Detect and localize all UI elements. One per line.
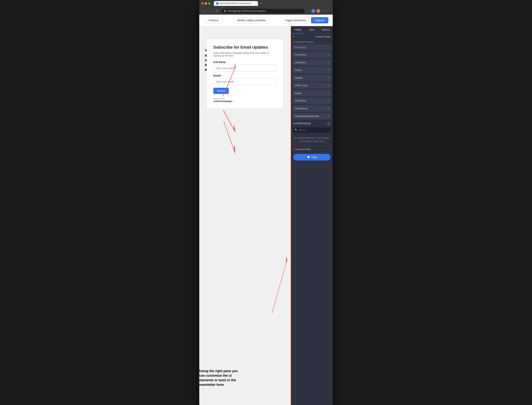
url-text: m3lvingeorge.activehosted.com/app/for... xyxy=(227,10,267,12)
minimize-traffic-light[interactable] xyxy=(205,2,207,5)
add-first-name-icon[interactable]: + xyxy=(327,53,329,56)
email-input[interactable] xyxy=(213,78,277,85)
chevron-left-icon: ‹ xyxy=(207,19,208,22)
field-item-last-name[interactable]: Last Name + xyxy=(293,59,331,66)
browser-window: M3LVINGEORGE Email Marketi… ✕ + ‹ › ↻ 🔒 … xyxy=(199,0,333,405)
tab-bar: M3LVINGEORGE Email Marketi… ✕ + xyxy=(212,1,331,6)
add-header-icon[interactable]: + xyxy=(327,76,329,80)
integrate-button[interactable]: Integrate xyxy=(311,17,328,23)
newsletter-title-button[interactable]: Weekly coding newsletter xyxy=(233,17,270,23)
tab-options[interactable]: Options xyxy=(319,26,333,34)
browser-titlebar: M3LVINGEORGE Email Marketi… ✕ + xyxy=(199,0,333,7)
tab-title: M3LVINGEORGE Email Marketi… xyxy=(220,2,253,5)
svg-marker-7 xyxy=(286,256,287,263)
address-bar[interactable]: 🔒 m3lvingeorge.activehosted.com/app/for.… xyxy=(221,9,305,13)
lock-icon: 🔒 xyxy=(224,10,226,12)
form-card: Subscribe for Email Updates Add a descri… xyxy=(207,39,283,108)
menu-icon[interactable]: ⋯ xyxy=(327,9,331,13)
field-item-html-code[interactable]: HTML Code + xyxy=(293,82,331,89)
svg-marker-5 xyxy=(234,144,235,153)
new-tab-btn[interactable]: + xyxy=(259,1,264,5)
field-item-image[interactable]: Image + xyxy=(293,90,331,96)
add-subscribe-unsubscribe-icon[interactable]: + xyxy=(327,115,329,118)
forward-btn[interactable]: › xyxy=(208,8,213,14)
right-panel: Fields Style Options ▾ Contact Fields ST… xyxy=(291,26,333,405)
tab-favicon xyxy=(216,2,219,5)
custom-fields-header: CUSTOM FIELDS + xyxy=(291,120,333,127)
traffic-lights xyxy=(201,2,210,5)
add-image-icon[interactable]: + xyxy=(327,92,329,95)
account-fields-label: Account Fields xyxy=(295,148,311,151)
custom-fields-label: CUSTOM FIELDS xyxy=(293,122,311,124)
standard-fields-label: STANDARD FIELDS xyxy=(291,40,333,44)
browser-nav-icons: ☆ 🛡 ⚠ ⬡ ⋯ xyxy=(306,9,331,13)
help-button[interactable]: 💬 Help xyxy=(293,154,331,161)
help-label: Help xyxy=(312,156,317,159)
bookmark-icon[interactable]: ☆ xyxy=(306,9,310,13)
chevron-down-icon: ▾ xyxy=(293,35,294,38)
search-icon: 🔍 xyxy=(295,129,297,131)
browser-chrome: M3LVINGEORGE Email Marketi… ✕ + ‹ › ↻ 🔒 … xyxy=(199,0,333,15)
add-phone-icon[interactable]: + xyxy=(327,68,329,72)
svg-line-6 xyxy=(272,259,287,313)
marketing-by: Marketing by ActiveCampaign › xyxy=(213,98,277,102)
form-description[interactable]: Add a descriptive message telling what y… xyxy=(213,52,277,57)
field-item-first-name[interactable]: First Name + xyxy=(293,52,331,58)
no-custom-msg: No custom fields exist. Click the plus i… xyxy=(291,133,333,146)
chevron-right-icon: › xyxy=(293,148,294,150)
previous-label: Previous xyxy=(209,19,219,22)
custom-fields-search-box[interactable]: 🔍 xyxy=(293,127,331,133)
trigger-automation-button[interactable]: Trigger Automation xyxy=(281,17,309,23)
field-item-phone[interactable]: Phone + xyxy=(293,67,331,74)
field-item-list-selector[interactable]: List Selector + xyxy=(293,105,331,112)
alert-icon[interactable]: ⚠ xyxy=(316,9,320,13)
tab-style[interactable]: Style xyxy=(305,26,319,34)
form-title[interactable]: Subscribe for Email Updates xyxy=(213,45,277,50)
fullscreen-traffic-light[interactable] xyxy=(208,2,210,5)
svg-marker-3 xyxy=(234,123,235,132)
help-icon: 💬 xyxy=(307,156,310,159)
svg-line-2 xyxy=(223,110,235,132)
extensions-icon[interactable]: ⬡ xyxy=(321,9,325,13)
account-fields-row[interactable]: › Account Fields xyxy=(291,146,333,152)
field-item-header[interactable]: Header + xyxy=(293,74,331,81)
contact-fields-header[interactable]: ▾ Contact Fields xyxy=(291,34,333,40)
add-captcha-icon[interactable]: + xyxy=(327,99,329,102)
submit-button[interactable]: Submit xyxy=(213,88,229,94)
main-content: You can click on any of the texts or ui … xyxy=(199,26,333,405)
full-name-input[interactable] xyxy=(213,65,277,72)
annotation-bottom-right: Using the right pane you can customize t… xyxy=(199,369,243,387)
panel-tabs: Fields Style Options xyxy=(291,26,333,34)
field-item-captcha[interactable]: CAPTCHA + xyxy=(293,98,331,104)
active-tab[interactable]: M3LVINGEORGE Email Marketi… ✕ xyxy=(214,1,258,6)
add-html-code-icon[interactable]: + xyxy=(327,84,329,87)
contact-fields-label: Contact Fields xyxy=(315,35,331,38)
header-right-actions: Trigger Automation Integrate xyxy=(281,17,328,23)
browser-navbar: ‹ › ↻ 🔒 m3lvingeorge.activehosted.com/ap… xyxy=(199,7,333,15)
add-custom-field-btn[interactable]: + xyxy=(327,122,331,125)
field-item-full-name[interactable]: Full Name xyxy=(293,44,331,50)
email-label: Email* xyxy=(213,74,277,77)
app-header: ‹ Previous Weekly coding newsletter Trig… xyxy=(199,15,333,26)
field-item-subscribe-unsubscribe[interactable]: Subscribe/Unsubscribe + xyxy=(293,113,331,120)
full-name-label: Full Name xyxy=(213,61,277,64)
add-list-selector-icon[interactable]: + xyxy=(327,107,329,110)
canvas-area: You can click on any of the texts or ui … xyxy=(199,26,291,405)
back-btn[interactable]: ‹ xyxy=(201,8,207,14)
refresh-btn[interactable]: ↻ xyxy=(215,8,220,14)
tab-close-btn[interactable]: ✕ xyxy=(254,2,256,4)
close-traffic-light[interactable] xyxy=(201,2,204,5)
app-wrapper: ‹ Previous Weekly coding newsletter Trig… xyxy=(199,15,333,405)
add-last-name-icon[interactable]: + xyxy=(327,61,329,64)
previous-button[interactable]: ‹ Previous xyxy=(204,17,222,23)
tab-fields[interactable]: Fields xyxy=(291,26,305,34)
svg-line-4 xyxy=(224,121,235,154)
shield-icon[interactable]: 🛡 xyxy=(311,9,315,13)
activecampaign-link[interactable]: ActiveCampaign › xyxy=(213,100,233,102)
search-input[interactable] xyxy=(299,129,329,131)
